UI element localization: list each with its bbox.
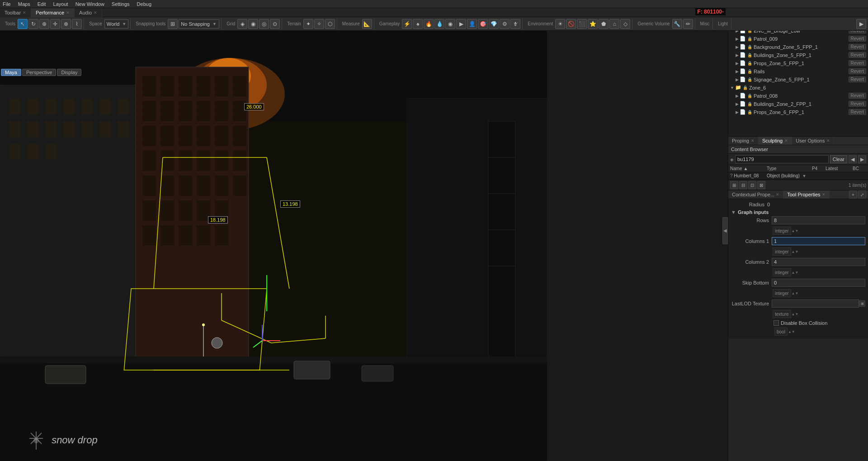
collapse-right-panel-btn[interactable]: ◀ xyxy=(722,217,728,244)
lod-input[interactable] xyxy=(772,299,859,308)
cb-clear-btn[interactable]: Clear xyxy=(830,155,847,163)
env-btn4[interactable]: ⭐ xyxy=(588,19,598,29)
tab-user-options[interactable]: User Options ✕ xyxy=(792,137,834,145)
revert-btn-props6[interactable]: Revert xyxy=(849,109,866,115)
cols1-input[interactable] xyxy=(772,237,865,245)
grid-btn1[interactable]: ◈ xyxy=(237,19,247,29)
terrain-btn2[interactable]: ✧ xyxy=(314,19,324,29)
rotate-tool-btn[interactable]: ↻ xyxy=(28,19,38,29)
cb-nav-fwd[interactable]: ▶ xyxy=(858,155,866,163)
tab-tool-properties[interactable]: Tool Properties ✕ xyxy=(783,190,829,199)
scale-tool-btn[interactable]: ⊕ xyxy=(39,19,49,29)
lod-browse-btn[interactable]: ⊞ xyxy=(859,300,865,307)
env-btn6[interactable]: ⌂ xyxy=(609,19,619,29)
gameplay-btn7[interactable]: 👤 xyxy=(467,19,477,29)
tab-tool-props-close[interactable]: ✕ xyxy=(822,192,826,197)
view-tab-perspective[interactable]: Perspective xyxy=(22,69,56,76)
revert-btn-props5[interactable]: Revert xyxy=(849,60,866,66)
tab-proping-close[interactable]: ✕ xyxy=(751,138,755,143)
grid-btn2[interactable]: ◉ xyxy=(248,19,258,29)
revert-btn-patrol008[interactable]: Revert xyxy=(849,93,866,99)
tree-item-props-zone5[interactable]: ▶ 📄 🔒 Props_Zone_5_FPP_1 Revert xyxy=(728,59,868,67)
tree-item-zone6[interactable]: ▼ 📁 🔒 Zone_6 xyxy=(728,84,868,92)
revert-btn-bldg2[interactable]: Revert xyxy=(849,101,866,107)
env-btn1[interactable]: ☀ xyxy=(555,19,565,29)
snapping-dropdown[interactable]: No Snapping ▼ xyxy=(179,19,219,29)
tab-performance[interactable]: Performance ✕ xyxy=(31,8,75,17)
gameplay-btn3[interactable]: 🔥 xyxy=(424,19,434,29)
bool-spinner[interactable]: ▲▼ xyxy=(788,330,795,334)
terrain-btn3[interactable]: ⬡ xyxy=(325,19,335,29)
gameplay-btn2[interactable]: ♠ xyxy=(413,19,423,29)
gameplay-btn5[interactable]: ◉ xyxy=(445,19,455,29)
gameplay-btn1[interactable]: ⚡ xyxy=(402,19,412,29)
rows-spinner[interactable]: ▲▼ xyxy=(792,229,799,233)
viewport[interactable]: 26.000 13.198 18.198 Maya Perspective Di… xyxy=(0,31,547,461)
select-tool-btn[interactable]: ↖ xyxy=(18,19,28,29)
skip-spinner[interactable]: ▲▼ xyxy=(792,291,799,295)
grid-btn4[interactable]: ⊙ xyxy=(270,19,280,29)
menu-layout[interactable]: Layout xyxy=(53,1,68,7)
world-dropdown[interactable]: World ▼ xyxy=(104,19,128,29)
bp-expand-btn[interactable]: ⤢ xyxy=(858,190,866,199)
tab-sculpting-close[interactable]: ✕ xyxy=(784,138,788,143)
tree-item-bg-zone5[interactable]: ▶ 📄 🔒 Background_Zone_5_FPP_1 Revert xyxy=(728,43,868,51)
menu-edit[interactable]: Edit xyxy=(38,1,46,7)
revert-btn-rails[interactable]: Revert xyxy=(849,68,866,74)
menu-file[interactable]: File xyxy=(3,1,11,7)
move-tool-btn[interactable]: ✛ xyxy=(50,19,60,29)
view-tab-maya[interactable]: Maya xyxy=(1,69,21,76)
cols2-input[interactable] xyxy=(772,258,865,266)
brush-tool-btn[interactable]: ⌇ xyxy=(72,19,82,29)
env-btn3[interactable]: ⬛ xyxy=(577,19,587,29)
gameplay-btn4[interactable]: 💧 xyxy=(434,19,444,29)
tree-item-patrol009[interactable]: ▶ 📄 🔒 Patrol_009 Revert xyxy=(728,35,868,43)
grid-btn3[interactable]: ◎ xyxy=(259,19,269,29)
snap-grid-btn[interactable]: ⊞ xyxy=(168,19,178,29)
cb-nav-back[interactable]: ◀ xyxy=(849,155,857,163)
gameplay-btn9[interactable]: 💎 xyxy=(489,19,499,29)
tab-sculpting[interactable]: Sculpting ✕ xyxy=(759,137,792,145)
expand-right-btn[interactable]: ▶ xyxy=(856,19,866,29)
gameplay-btn6[interactable]: ▶ xyxy=(456,19,466,29)
env-btn2[interactable]: 🚫 xyxy=(566,19,576,29)
menu-debug[interactable]: Debug xyxy=(137,1,151,7)
tab-toolbar[interactable]: Toolbar ✕ xyxy=(0,8,31,17)
measure-btn1[interactable]: 📐 xyxy=(362,19,372,29)
scene-tree[interactable]: ▼ 📁 🔒 Zone_5 ▶ 📄 🔒 ENC_M_Bridge_Low Reve… xyxy=(728,19,868,136)
tree-item-rails[interactable]: ▶ 📄 🔒 Rails Revert xyxy=(728,67,868,76)
revert-btn-signage[interactable]: Revert xyxy=(849,76,866,82)
genvol-btn2[interactable]: ✏ xyxy=(683,19,693,29)
view-icon-thumb[interactable]: ⊡ xyxy=(748,181,756,189)
cb-row-humbert[interactable]: ? Humbert_08 Object (building) ▼ xyxy=(728,172,868,180)
rows-input[interactable] xyxy=(772,216,865,224)
gameplay-btn11[interactable]: 🗡 xyxy=(510,19,520,29)
expand-zone6[interactable]: ▼ xyxy=(730,86,734,90)
menu-maps[interactable]: Maps xyxy=(18,1,30,7)
view-icon-detail[interactable]: ⊠ xyxy=(757,181,765,189)
gameplay-btn8[interactable]: 🎯 xyxy=(478,19,488,29)
cols2-spinner[interactable]: ▲▼ xyxy=(792,271,799,275)
graph-inputs-expand[interactable]: ▼ xyxy=(731,209,736,215)
tab-performance-close[interactable]: ✕ xyxy=(66,10,70,15)
tab-user-options-close[interactable]: ✕ xyxy=(826,138,830,143)
revert-btn-patrol009[interactable]: Revert xyxy=(849,36,866,42)
tree-item-patrol008[interactable]: ▶ 📄 🔒 Patrol_008 Revert xyxy=(728,92,868,100)
view-icon-list[interactable]: ⊞ xyxy=(730,181,738,189)
cb-search-input[interactable] xyxy=(735,155,829,163)
menu-settings[interactable]: Settings xyxy=(112,1,130,7)
menu-new-window[interactable]: New Window xyxy=(75,1,104,7)
tab-contextual-props[interactable]: Contextual Prope... ✕ xyxy=(728,190,783,199)
genvol-btn1[interactable]: 🔧 xyxy=(672,19,682,29)
tree-item-props-zone6[interactable]: ▶ 📄 🔒 Props_Zone_6_FPP_1 Revert xyxy=(728,108,868,116)
terrain-btn1[interactable]: ✦ xyxy=(303,19,313,29)
revert-btn-bg[interactable]: Revert xyxy=(849,44,866,50)
tree-item-bldg-zone2[interactable]: ▶ 📄 🔒 Buildings_Zone_2_FPP_1 Revert xyxy=(728,100,868,108)
view-tab-display[interactable]: Display xyxy=(57,69,81,76)
pivot-tool-btn[interactable]: ⊗ xyxy=(61,19,71,29)
env-btn7[interactable]: ◇ xyxy=(620,19,630,29)
tree-item-signage[interactable]: ▶ 📄 🔒 Signage_Zone_5_FPP_1 Revert xyxy=(728,76,868,84)
cols1-spinner[interactable]: ▲▼ xyxy=(792,250,799,254)
gameplay-btn10[interactable]: ⚙ xyxy=(500,19,509,29)
tab-audio-close[interactable]: ✕ xyxy=(94,10,97,15)
